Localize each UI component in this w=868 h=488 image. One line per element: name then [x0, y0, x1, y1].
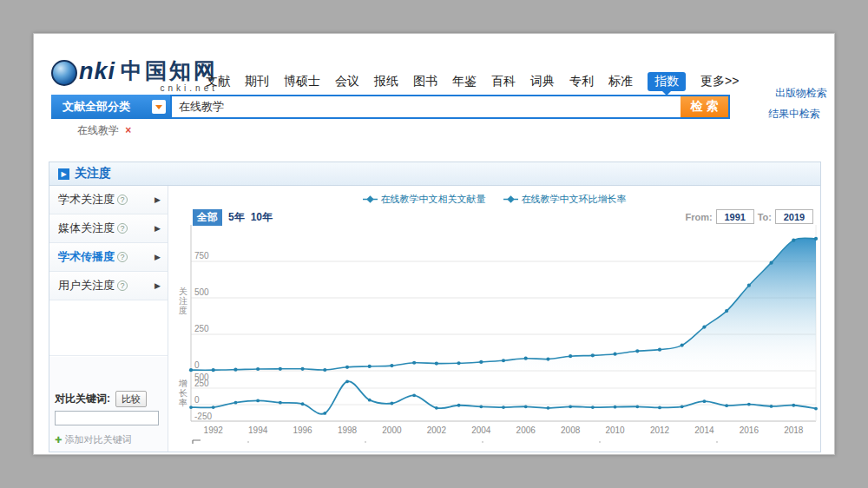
nav-item-more[interactable]: 更多>> [700, 74, 739, 89]
from-label: From: [686, 212, 713, 222]
search-input-wrap: 检 索 [170, 95, 730, 119]
svg-text:增: 增 [178, 379, 187, 388]
logo-chinese-name: 中国知网 [121, 56, 218, 85]
svg-text:750: 750 [194, 251, 209, 260]
nav-item-theses[interactable]: 博硕士 [284, 74, 320, 89]
svg-text:2006: 2006 [516, 425, 536, 435]
nav-item-conferences[interactable]: 会议 [335, 74, 359, 89]
svg-text:0: 0 [194, 395, 200, 405]
compare-keyword-label: 对比关键词: [55, 392, 110, 406]
keyword-tag: 在线教学 × [77, 123, 131, 138]
compare-panel: 对比关键词: 比较 ✚ 添加对比关键词 [49, 357, 168, 452]
svg-text:2012: 2012 [650, 425, 670, 435]
category-dropdown-label: 文献全部分类 [62, 99, 130, 115]
sidebar-item-media-attention[interactable]: 媒体关注度 ? ▶ [49, 214, 168, 243]
to-label: To: [758, 212, 772, 222]
svg-text:2008: 2008 [561, 425, 581, 435]
search-button[interactable]: 检 索 [681, 96, 728, 117]
category-dropdown[interactable]: 文献全部分类 [51, 95, 170, 119]
from-year-input[interactable] [716, 209, 754, 224]
nav-item-patents[interactable]: 专利 [569, 74, 594, 89]
nav-item-literature[interactable]: 文献 [206, 74, 230, 89]
help-icon[interactable]: ? [117, 280, 128, 291]
svg-text:2014: 2014 [694, 425, 714, 435]
search-within-results-link[interactable]: 结果中检索 [768, 107, 820, 122]
add-compare-keyword-link[interactable]: ✚ 添加对比关键词 [55, 433, 131, 446]
svg-text:注: 注 [179, 296, 187, 306]
arrow-right-icon: ▶ [155, 224, 161, 233]
help-icon[interactable]: ? [117, 223, 128, 234]
svg-text:长: 长 [179, 388, 187, 398]
arrow-right-icon: ▶ [155, 281, 161, 290]
nav-item-encyclopedia[interactable]: 百科 [491, 74, 516, 89]
nav-item-books[interactable]: 图书 [413, 74, 437, 89]
chart-area: 在线教学中文相关文献量 在线教学中文环比增长率 全部 5年 10年 From: … [168, 186, 820, 452]
nav-item-dictionary[interactable]: 词典 [530, 74, 555, 89]
help-icon[interactable]: ? [117, 252, 128, 262]
compare-keyword-input[interactable] [55, 411, 159, 425]
legend-item-growth-rate[interactable]: 在线教学中文环比增长率 [503, 193, 627, 206]
svg-text:250: 250 [194, 324, 209, 333]
svg-text:-250: -250 [194, 412, 212, 421]
keyword-tag-text: 在线教学 [77, 124, 119, 136]
svg-text:关: 关 [179, 287, 187, 296]
svg-text:2018: 2018 [784, 425, 804, 435]
svg-text:2000: 2000 [382, 425, 402, 435]
globe-icon [51, 60, 77, 86]
svg-text:1998: 1998 [338, 425, 358, 435]
sidebar-empty-panel [49, 300, 168, 356]
chart-legend: 在线教学中文相关文献量 在线教学中文环比增长率 [168, 193, 820, 206]
svg-text:率: 率 [178, 398, 187, 407]
arrow-right-icon: ▶ [155, 195, 161, 204]
svg-text:2002: 2002 [427, 425, 447, 435]
legend-marker-icon [503, 195, 518, 203]
nav-item-journals[interactable]: 期刊 [245, 74, 269, 89]
arrow-right-icon: ▶ [155, 253, 161, 261]
svg-text:1992: 1992 [204, 425, 224, 435]
dropdown-chevron-box[interactable] [152, 100, 166, 114]
section-header: ▶ 关注度 [49, 162, 820, 186]
sidebar-item-user-attention[interactable]: 用户关注度 ? ▶ [49, 272, 168, 300]
legend-marker-icon [363, 195, 378, 203]
svg-text:1994: 1994 [248, 425, 268, 435]
svg-text:0: 0 [194, 360, 200, 370]
publication-search-link[interactable]: 出版物检索 [775, 86, 827, 101]
sidebar: 学术关注度 ? ▶ 媒体关注度 ? ▶ 学术传播度 ? ▶ 用户关注度 ? [49, 186, 168, 452]
search-bar: 文献全部分类 检 索 [51, 95, 730, 119]
chevron-down-icon [155, 105, 162, 109]
svg-text:2004: 2004 [471, 425, 491, 435]
svg-text:2016: 2016 [740, 425, 760, 435]
cnki-logo[interactable]: nki 中国知网 cnki.net [51, 56, 218, 96]
sidebar-item-academic-attention[interactable]: 学术关注度 ? ▶ [49, 186, 168, 214]
plus-icon: ✚ [55, 435, 62, 445]
attention-section: ▶ 关注度 学术关注度 ? ▶ 媒体关注度 ? ▶ 学术传播度 ? [49, 162, 821, 452]
legend-item-documents[interactable]: 在线教学中文相关文献量 [363, 193, 486, 206]
trend-chart: 0250500750-25002505001992199419961998200… [174, 223, 820, 451]
to-year-input[interactable] [775, 209, 813, 224]
play-icon: ▶ [58, 168, 69, 180]
top-nav: 文献 期刊 博硕士 会议 报纸 图书 年鉴 百科 词典 专利 标准 指数 更多>… [206, 72, 739, 91]
svg-text:1996: 1996 [293, 425, 312, 435]
nav-item-standards[interactable]: 标准 [608, 74, 633, 89]
svg-text:500: 500 [194, 373, 209, 382]
brand-text: nki [79, 58, 115, 85]
compare-button[interactable]: 比较 [115, 391, 147, 407]
cnki-page: nki 中国知网 cnki.net 文献 期刊 博硕士 会议 报纸 图书 年鉴 … [33, 33, 835, 455]
svg-text:2010: 2010 [605, 425, 625, 435]
nav-item-yearbooks[interactable]: 年鉴 [452, 74, 477, 89]
svg-text:500: 500 [194, 287, 209, 297]
nav-item-index-active[interactable]: 指数 [648, 72, 686, 91]
nav-item-newspapers[interactable]: 报纸 [374, 74, 398, 89]
sidebar-item-academic-dissemination[interactable]: 学术传播度 ? ▶ [49, 243, 168, 272]
keyword-tag-close-icon[interactable]: × [125, 124, 131, 136]
section-title: 关注度 [75, 166, 111, 181]
date-range-controls: From: To: [686, 209, 813, 224]
help-icon[interactable]: ? [117, 195, 128, 205]
svg-text:度: 度 [179, 306, 187, 315]
search-input[interactable] [172, 96, 681, 117]
